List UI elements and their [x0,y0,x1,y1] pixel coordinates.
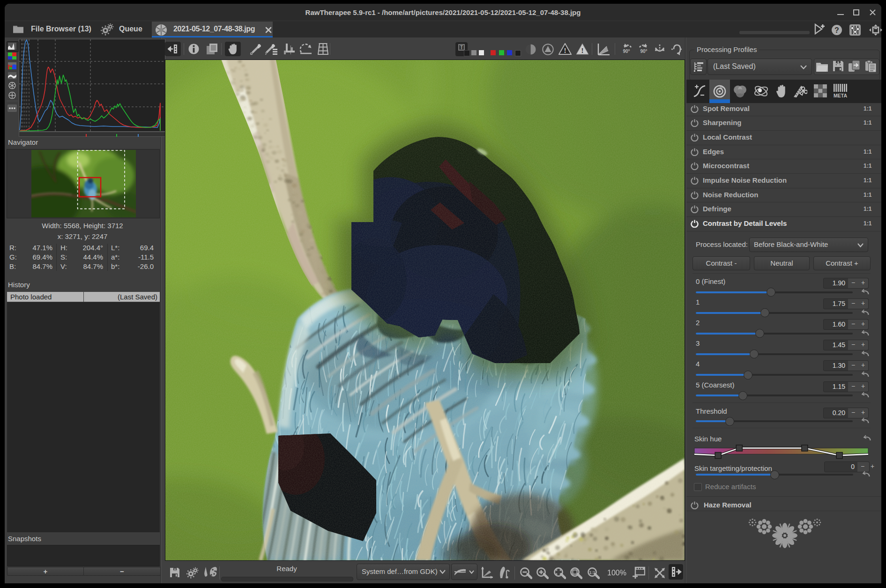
svg-text:META: META [834,93,847,98]
svg-text:?: ? [834,26,839,34]
svg-text:!: ! [564,47,566,54]
svg-text:T: T [460,45,463,50]
svg-text:90°: 90° [623,49,630,54]
svg-text:90°: 90° [640,49,647,54]
svg-text:!: ! [581,47,584,54]
